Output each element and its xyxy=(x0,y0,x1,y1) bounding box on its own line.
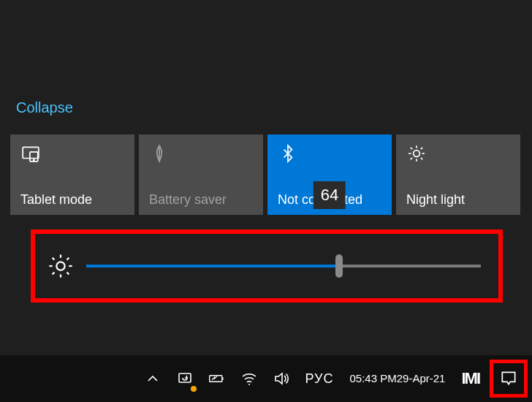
system-tray: РУС 05:43 PM 29-Apr-21 IMI xyxy=(137,355,532,402)
svg-line-20 xyxy=(53,273,55,275)
tray-battery-icon[interactable] xyxy=(201,355,233,402)
svg-rect-24 xyxy=(222,377,224,379)
tray-wifi-icon[interactable] xyxy=(233,355,265,402)
svg-point-4 xyxy=(414,151,420,157)
tray-volume-icon[interactable] xyxy=(265,355,297,402)
tray-overflow-button[interactable] xyxy=(137,355,169,402)
night-light-icon xyxy=(406,143,427,164)
svg-line-11 xyxy=(411,158,412,159)
svg-line-18 xyxy=(53,258,55,260)
bluetooth-icon xyxy=(278,143,298,164)
tile-tablet-mode[interactable]: Tablet mode xyxy=(10,134,134,215)
svg-rect-0 xyxy=(23,147,39,158)
brightness-icon xyxy=(48,254,73,278)
svg-line-21 xyxy=(67,258,69,260)
tray-date: 29-Apr-21 xyxy=(397,372,446,385)
action-center-button[interactable] xyxy=(490,360,528,398)
tile-night-light[interactable]: Night light xyxy=(396,134,520,215)
tile-bluetooth[interactable]: Not connected 64 xyxy=(267,134,392,215)
tile-battery-saver[interactable]: Battery saver xyxy=(139,134,263,215)
tray-app-logo[interactable]: IMI xyxy=(454,355,487,402)
brightness-slider[interactable] xyxy=(86,265,481,268)
brightness-slider-fill xyxy=(86,265,339,268)
brightness-slider-container xyxy=(31,230,503,303)
tray-sync-icon[interactable] xyxy=(169,355,201,402)
svg-point-25 xyxy=(248,384,250,385)
collapse-link[interactable]: Collapse xyxy=(16,99,73,116)
tile-label: Not connected xyxy=(278,192,381,208)
quick-action-tiles: Tablet mode Battery saver Not connected … xyxy=(10,134,520,215)
taskbar: РУС 05:43 PM 29-Apr-21 IMI xyxy=(0,355,532,402)
svg-rect-23 xyxy=(210,376,222,382)
battery-saver-icon xyxy=(149,143,170,164)
svg-line-9 xyxy=(411,148,412,149)
svg-line-19 xyxy=(67,273,69,275)
svg-line-10 xyxy=(421,158,422,159)
tray-clock[interactable]: 05:43 PM 29-Apr-21 xyxy=(341,355,455,402)
tile-label: Battery saver xyxy=(149,192,253,208)
tray-language[interactable]: РУС xyxy=(297,355,341,402)
svg-line-12 xyxy=(421,148,422,149)
svg-point-13 xyxy=(56,262,64,270)
tile-label: Tablet mode xyxy=(20,192,124,208)
tablet-mode-icon xyxy=(20,143,41,164)
notification-dot xyxy=(191,386,197,392)
brightness-slider-thumb[interactable] xyxy=(335,254,343,278)
tray-time: 05:43 PM xyxy=(350,372,397,385)
tile-label: Night light xyxy=(406,192,510,208)
svg-point-2 xyxy=(34,159,34,160)
